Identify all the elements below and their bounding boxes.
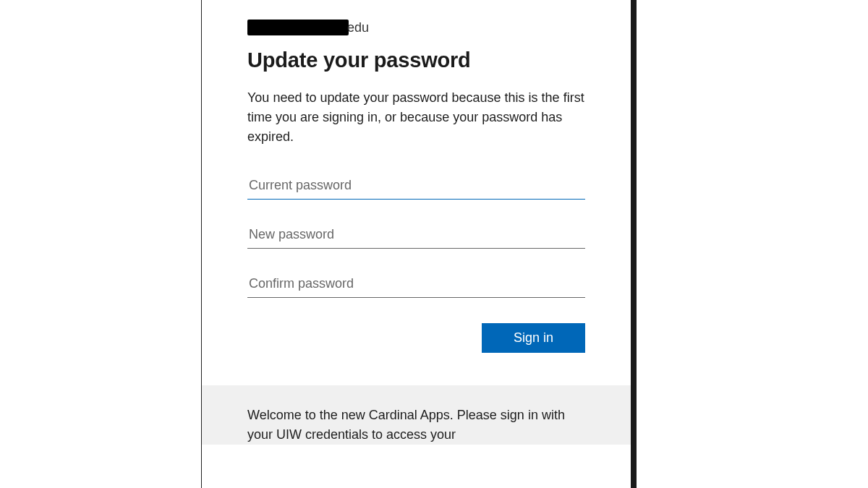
footer-welcome-text: Welcome to the new Cardinal Apps. Please… xyxy=(247,406,585,445)
new-password-input[interactable] xyxy=(247,221,585,249)
update-password-dialog: edu Update your password You need to upd… xyxy=(201,0,637,488)
account-suffix: edu xyxy=(347,20,369,35)
current-password-input[interactable] xyxy=(247,172,585,200)
account-identity-row: edu xyxy=(247,20,585,35)
redacted-account-bar xyxy=(247,20,349,35)
confirm-password-input[interactable] xyxy=(247,270,585,298)
signin-button[interactable]: Sign in xyxy=(482,323,585,353)
dialog-content: edu Update your password You need to upd… xyxy=(202,0,631,353)
description-text: You need to update your password because… xyxy=(247,88,585,147)
footer-panel: Welcome to the new Cardinal Apps. Please… xyxy=(202,385,631,445)
page-title: Update your password xyxy=(247,48,585,72)
button-row: Sign in xyxy=(247,323,585,353)
